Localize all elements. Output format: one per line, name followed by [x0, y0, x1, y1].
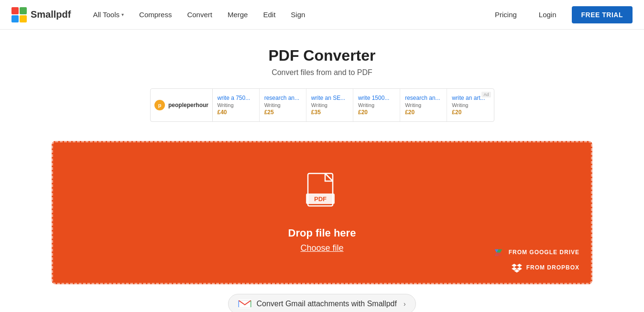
ad-item-category-5: Writing: [452, 102, 489, 108]
drop-zone[interactable]: PDF Drop file here Choose file FROM GOOG…: [52, 141, 592, 284]
chevron-down-icon: ▾: [121, 12, 124, 17]
svg-rect-2: [11, 15, 19, 22]
dropbox-icon: [511, 262, 523, 273]
ad-badge: Ad: [481, 92, 491, 97]
ad-items: write a 750... Writing £40 research an..…: [213, 89, 494, 121]
ad-item-title-2: write an SE...: [311, 95, 348, 101]
gmail-banner: Convert Gmail attachments with Smallpdf …: [0, 284, 644, 312]
pph-logo: p peopleperhour: [154, 99, 208, 111]
ad-banner: p peopleperhour write a 750... Writing £…: [150, 88, 494, 122]
ad-item-price-0: £40: [218, 109, 254, 116]
free-trial-button[interactable]: FREE TRIAL: [572, 6, 633, 23]
drop-text: Drop file here: [288, 227, 356, 239]
ad-item-1[interactable]: research an... Writing £25: [260, 89, 306, 121]
dropbox-label: FROM DROPBOX: [526, 264, 579, 271]
pricing-link[interactable]: Pricing: [488, 7, 524, 22]
login-button[interactable]: Login: [531, 7, 564, 22]
google-drive-button[interactable]: FROM GOOGLE DRIVE: [493, 247, 579, 258]
ad-item-4[interactable]: research an... Writing £20: [400, 89, 447, 121]
main-nav: All Tools ▾ Compress Convert Merge Edit …: [86, 7, 488, 22]
ad-item-category-0: Writing: [218, 102, 254, 108]
ad-item-price-1: £25: [264, 109, 301, 116]
ad-item-price-3: £20: [358, 109, 395, 116]
page-title: PDF Converter: [0, 47, 644, 65]
nav-all-tools[interactable]: All Tools ▾: [86, 7, 131, 22]
nav-merge[interactable]: Merge: [221, 7, 255, 22]
ad-item-category-3: Writing: [358, 102, 395, 108]
drop-zone-wrapper: PDF Drop file here Choose file FROM GOOG…: [0, 141, 644, 284]
gmail-icon: [238, 299, 251, 309]
ad-item-price-2: £35: [311, 109, 348, 116]
ad-item-0[interactable]: write a 750... Writing £40: [213, 89, 260, 121]
pph-icon: p: [154, 99, 165, 111]
pph-logo-text: peopleperhour: [168, 102, 208, 108]
gmail-text: Convert Gmail attachments with Smallpdf: [256, 300, 396, 308]
choose-file-link[interactable]: Choose file: [300, 243, 343, 253]
ad-item-2[interactable]: write an SE... Writing £35: [306, 89, 353, 121]
main-content: PDF Converter Convert files from and to …: [0, 30, 644, 312]
gmail-chevron-icon: ›: [404, 300, 406, 308]
page-subtitle: Convert files from and to PDF: [0, 68, 644, 77]
ad-item-category-1: Writing: [264, 102, 301, 108]
header-right: Pricing Login FREE TRIAL: [488, 6, 633, 23]
gmail-pill[interactable]: Convert Gmail attachments with Smallpdf …: [228, 294, 415, 312]
nav-convert[interactable]: Convert: [180, 7, 219, 22]
ad-item-price-5: £20: [452, 109, 489, 116]
logo[interactable]: Smallpdf: [11, 7, 71, 22]
ad-item-category-4: Writing: [405, 102, 442, 108]
nav-edit[interactable]: Edit: [256, 7, 282, 22]
google-drive-label: FROM GOOGLE DRIVE: [509, 249, 579, 256]
ad-item-price-4: £20: [405, 109, 442, 116]
logo-icon: [11, 7, 27, 22]
ad-item-title-1: research an...: [264, 95, 301, 101]
svg-text:p: p: [158, 102, 162, 108]
nav-sign[interactable]: Sign: [284, 7, 312, 22]
svg-text:PDF: PDF: [314, 195, 327, 203]
logo-text: Smallpdf: [31, 9, 71, 20]
google-drive-icon: [493, 247, 505, 258]
site-header: Smallpdf All Tools ▾ Compress Convert Me…: [0, 0, 644, 30]
ad-item-category-2: Writing: [311, 102, 348, 108]
svg-rect-3: [20, 15, 27, 22]
ad-logo-section: p peopleperhour: [151, 89, 213, 121]
nav-compress[interactable]: Compress: [132, 7, 178, 22]
ad-item-title-0: write a 750...: [218, 95, 254, 101]
ad-item-3[interactable]: write 1500... Writing £20: [353, 89, 400, 121]
svg-rect-0: [11, 7, 19, 14]
svg-rect-1: [20, 7, 27, 14]
cloud-buttons: FROM GOOGLE DRIVE FROM DROPBOX: [493, 247, 579, 273]
ad-item-title-4: research an...: [405, 95, 442, 101]
pdf-file-icon: PDF: [303, 172, 341, 217]
dropbox-button[interactable]: FROM DROPBOX: [511, 262, 579, 273]
page-header: PDF Converter Convert files from and to …: [0, 30, 644, 88]
ad-item-title-3: write 1500...: [358, 95, 395, 101]
